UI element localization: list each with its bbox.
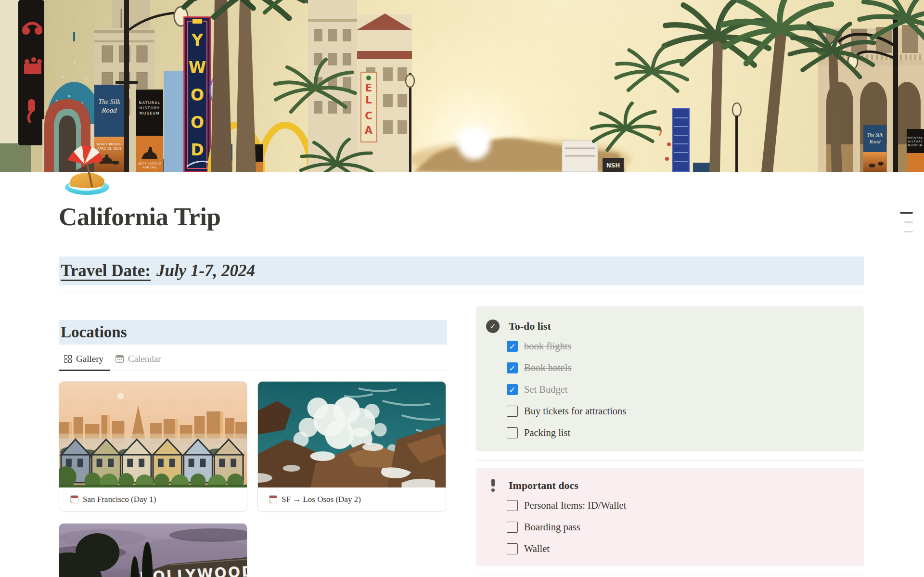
calendar-icon [116, 355, 124, 363]
docs-header: Important docs [486, 479, 578, 492]
toc-bar[interactable] [904, 231, 913, 233]
docs-item-label: Wallet [524, 543, 550, 554]
cover-neon-sign: Y W O O D [164, 17, 217, 172]
tab-calendar[interactable]: Calendar [116, 352, 161, 366]
nhm-banner-right: NATURAL HISTORY MUSEUM [907, 129, 924, 172]
todo-item-label: Book hotels [524, 362, 572, 373]
svg-text:The Silk: The Silk [867, 132, 883, 138]
nsh-sign-text: NSH [606, 162, 620, 169]
docs-item-label: Boarding pass [524, 522, 580, 533]
todo-item-book-hotels[interactable]: Book hotels [507, 357, 572, 379]
beach-umbrella-icon [62, 144, 113, 196]
sun-glow [458, 127, 490, 160]
svg-text:W: W [189, 58, 206, 77]
svg-text:NATURAL: NATURAL [139, 101, 161, 105]
docs-item-label: Personal Items: ID/Wallet [524, 500, 626, 511]
docs-heading: Important docs [509, 479, 578, 492]
svg-text:O: O [191, 113, 204, 132]
tabs-divider [59, 371, 447, 371]
divider [476, 575, 864, 575]
ocean-waves-photo [258, 382, 446, 487]
page-icon-beach-umbrella[interactable] [62, 144, 113, 196]
tab-gallery-label: Gallery [76, 354, 103, 364]
docs-item-wallet[interactable]: Wallet [507, 538, 550, 560]
checkbox-unchecked-icon[interactable] [507, 427, 518, 438]
notion-page: { "page": { "title": "California Trip" }… [0, 0, 924, 577]
tab-calendar-label: Calendar [128, 354, 161, 364]
active-tab-indicator [59, 370, 110, 371]
card-caption: San Francisco (Day 1) [59, 487, 247, 511]
todo-item-label: Set Budget [524, 384, 568, 395]
card-caption: SF → Los Osos (Day 2) [258, 487, 446, 511]
locations-heading[interactable]: Locations [59, 320, 447, 345]
hollywood-sign-photo: HOLLYWOOD [59, 524, 247, 577]
todo-header: To-do list [486, 320, 551, 333]
svg-text:NHM.ORG: NHM.ORG [142, 166, 157, 169]
svg-text:GET TICKETS AT: GET TICKETS AT [138, 162, 161, 165]
cover-blue-marquee [658, 103, 741, 172]
svg-text:The Silk: The Silk [98, 98, 120, 105]
checkbox-checked-icon[interactable] [507, 341, 518, 352]
checkbox-unchecked-icon[interactable] [507, 500, 518, 511]
checkbox-unchecked-icon[interactable] [507, 522, 518, 533]
svg-text:A: A [365, 125, 373, 136]
card-title: San Francisco (Day 1) [83, 495, 156, 504]
svg-text:MUSEUM: MUSEUM [140, 111, 160, 115]
card-title: SF → Los Osos (Day 2) [282, 495, 361, 504]
cover-left-buildings [0, 0, 44, 172]
calendar-page-icon [70, 495, 78, 503]
svg-text:Road: Road [869, 139, 881, 144]
checkbox-checked-icon[interactable] [507, 362, 518, 373]
gallery-card-hollywood[interactable]: HOLLYWOOD [59, 523, 247, 577]
todo-item-set-budget[interactable]: Set Budget [507, 379, 568, 400]
check-circle-icon [486, 320, 500, 333]
divider [59, 292, 864, 292]
tab-gallery[interactable]: Gallery [64, 352, 103, 366]
cover-el-capitan: E L C A [308, 0, 414, 172]
travel-date-label: Travel Date: [61, 261, 151, 281]
docs-item-personal-items[interactable]: Personal Items: ID/Wallet [507, 495, 626, 516]
silk-road-banner-right: The Silk Road [863, 125, 886, 172]
svg-text:L: L [365, 94, 372, 106]
todo-item-label: book flights [524, 341, 572, 352]
todo-item-book-flights[interactable]: book flights [507, 335, 572, 357]
gallery-card-san-francisco[interactable]: San Francisco (Day 1) [59, 381, 247, 512]
todo-item-label: Buy tickets for attractions [524, 406, 626, 417]
checkbox-checked-icon[interactable] [507, 384, 518, 395]
svg-text:HISTORY: HISTORY [140, 106, 160, 110]
svg-text:C: C [365, 110, 372, 122]
travel-date-value: July 1-7, 2024 [156, 261, 255, 281]
svg-text:O: O [191, 86, 204, 104]
toc-bar-active[interactable] [900, 212, 913, 214]
todo-item-buy-tickets[interactable]: Buy tickets for attractions [507, 400, 626, 422]
todo-item-label: Packing list [524, 427, 570, 438]
docs-item-boarding-pass[interactable]: Boarding pass [507, 516, 580, 538]
svg-text:D: D [191, 141, 204, 159]
checkbox-unchecked-icon[interactable] [507, 406, 518, 417]
san-francisco-photo [59, 382, 247, 487]
locations-heading-text: Locations [61, 323, 127, 341]
todo-heading: To-do list [509, 320, 551, 333]
page-cover-image[interactable]: NSH [0, 0, 924, 172]
calendar-page-icon [269, 495, 277, 503]
toc-bar[interactable] [904, 221, 913, 223]
cover-distant-hills: NSH [409, 138, 630, 172]
svg-text:Road: Road [101, 106, 117, 114]
svg-text:Y: Y [191, 31, 204, 50]
gallery-card-sf-los-osos[interactable]: SF → Los Osos (Day 2) [257, 381, 446, 512]
svg-text:HISTORY: HISTORY [908, 140, 923, 143]
travel-date-heading[interactable]: Travel Date: July 1-7, 2024 [59, 256, 864, 285]
divider [476, 460, 864, 461]
checkbox-unchecked-icon[interactable] [507, 543, 518, 554]
todo-item-packing-list[interactable]: Packing list [507, 422, 570, 444]
page-title[interactable]: California Trip [59, 202, 636, 231]
exclamation-icon [486, 479, 500, 492]
cover-art: NSH [0, 0, 924, 172]
nhm-banner: NATURAL HISTORY MUSEUM GET TICKETS AT NH… [136, 90, 163, 172]
svg-text:E: E [365, 82, 372, 94]
toc-indicator[interactable] [900, 212, 913, 232]
gallery-grid-icon [64, 355, 72, 363]
svg-text:NATURAL: NATURAL [908, 136, 923, 139]
svg-text:MUSEUM: MUSEUM [908, 144, 923, 147]
